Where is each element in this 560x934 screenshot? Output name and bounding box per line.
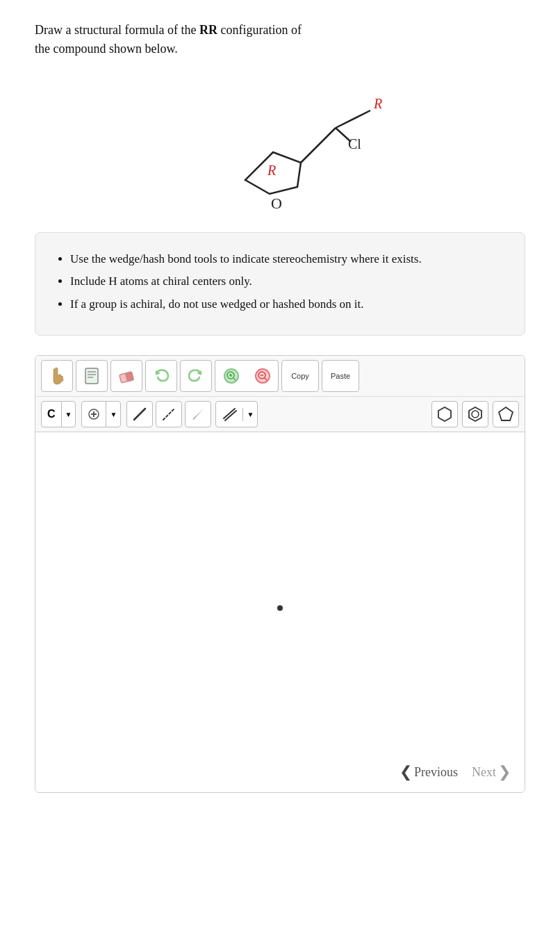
copy-button[interactable]: Copy bbox=[281, 360, 319, 392]
svg-line-4 bbox=[336, 110, 370, 128]
question-text-part2: configuration of bbox=[217, 23, 302, 37]
svg-marker-31 bbox=[438, 407, 451, 421]
eraser-tool-button[interactable] bbox=[110, 360, 142, 392]
undo-icon bbox=[152, 367, 170, 385]
canvas-center-dot bbox=[277, 605, 283, 611]
svg-point-33 bbox=[472, 411, 479, 418]
instructions-box: Use the wedge/hash bond tools to indicat… bbox=[35, 232, 525, 336]
double-bond-icon bbox=[221, 406, 238, 423]
page-container: Draw a structural formula of the RR conf… bbox=[0, 0, 560, 934]
svg-line-26 bbox=[134, 409, 145, 420]
instruction-item-3: If a group is achiral, do not use wedged… bbox=[70, 295, 504, 313]
instruction-item-1: Use the wedge/hash bond tools to indicat… bbox=[70, 250, 504, 268]
previous-chevron-icon: ❮ bbox=[400, 763, 412, 781]
svg-text:R: R bbox=[267, 163, 276, 178]
double-bond-button[interactable] bbox=[216, 402, 242, 427]
zoom-in-icon bbox=[224, 368, 239, 384]
drawing-canvas[interactable] bbox=[35, 432, 525, 752]
zoom-in-button[interactable] bbox=[215, 360, 247, 392]
svg-line-22 bbox=[265, 378, 267, 380]
paste-button[interactable]: Paste bbox=[322, 360, 359, 392]
zoom-out-icon bbox=[255, 368, 270, 384]
redo-icon bbox=[187, 367, 205, 385]
dashed-bond-icon bbox=[160, 406, 177, 423]
atom-dropdown-arrow[interactable]: ▼ bbox=[62, 408, 76, 421]
zoom-group bbox=[215, 360, 279, 392]
template-tool-button[interactable] bbox=[76, 360, 108, 392]
dashed-bond-button[interactable] bbox=[156, 401, 182, 427]
benzene-ring-icon bbox=[466, 405, 484, 423]
undo-button[interactable] bbox=[145, 360, 177, 392]
svg-marker-32 bbox=[469, 407, 481, 421]
next-label: Next bbox=[472, 765, 496, 780]
toolbar-row2: C ▼ ▼ bbox=[35, 397, 525, 432]
question-text-part1: Draw a structural formula of the bbox=[35, 23, 199, 37]
single-bond-button[interactable] bbox=[126, 401, 153, 427]
instruction-item-2: Include H atoms at chiral centers only. bbox=[70, 272, 504, 290]
template-icon bbox=[82, 366, 101, 386]
previous-button[interactable]: ❮ Previous bbox=[400, 763, 458, 781]
instructions-list: Use the wedge/hash bond tools to indicat… bbox=[56, 250, 504, 313]
molecule-diagram: O R R Cl bbox=[35, 72, 525, 211]
molecule-svg: O R R Cl bbox=[169, 72, 391, 211]
navigation-row: ❮ Previous Next ❯ bbox=[35, 752, 525, 792]
single-bond-icon bbox=[131, 406, 148, 423]
add-bond-selector[interactable]: ▼ bbox=[81, 401, 121, 427]
svg-marker-34 bbox=[499, 407, 513, 420]
svg-rect-11 bbox=[88, 377, 93, 378]
svg-line-19 bbox=[233, 378, 236, 380]
wedge-bond-icon bbox=[190, 406, 206, 423]
hand-icon bbox=[47, 366, 67, 386]
svg-line-27 bbox=[163, 409, 174, 420]
svg-rect-8 bbox=[85, 368, 98, 384]
svg-line-3 bbox=[301, 128, 336, 163]
svg-rect-9 bbox=[88, 371, 96, 372]
svg-line-7 bbox=[336, 128, 351, 142]
bond-dropdown-arrow[interactable]: ▼ bbox=[242, 408, 257, 421]
next-button[interactable]: Next ❯ bbox=[472, 763, 511, 781]
copy-label: Copy bbox=[291, 372, 309, 380]
add-bond-icon[interactable] bbox=[82, 402, 106, 427]
wedge-bond-button[interactable] bbox=[185, 401, 211, 427]
next-chevron-icon: ❯ bbox=[498, 763, 511, 781]
question-text: Draw a structural formula of the RR conf… bbox=[35, 21, 525, 58]
svg-text:R: R bbox=[373, 96, 382, 111]
redo-button[interactable] bbox=[180, 360, 212, 392]
double-bond-group[interactable]: ▼ bbox=[215, 401, 258, 427]
paste-label: Paste bbox=[331, 372, 350, 380]
hexagon-ring-icon bbox=[436, 405, 454, 423]
pentagon-ring-icon bbox=[497, 405, 515, 423]
previous-label: Previous bbox=[414, 765, 458, 780]
atom-selector[interactable]: C ▼ bbox=[41, 401, 76, 427]
svg-rect-10 bbox=[88, 374, 96, 375]
question-bold: RR bbox=[199, 23, 217, 37]
hand-tool-button[interactable] bbox=[41, 360, 73, 392]
svg-text:O: O bbox=[271, 195, 282, 211]
question-text-line2: the compound shown below. bbox=[35, 42, 178, 56]
toolbar-row1: Copy Paste bbox=[35, 356, 525, 397]
add-bond-dropdown-arrow[interactable]: ▼ bbox=[106, 408, 120, 421]
editor-box: Copy Paste C ▼ bbox=[35, 355, 525, 793]
atom-label[interactable]: C bbox=[42, 402, 62, 427]
benzene-ring-button[interactable] bbox=[462, 401, 488, 427]
svg-marker-28 bbox=[192, 409, 204, 420]
eraser-icon bbox=[117, 366, 136, 386]
pentagon-ring-button[interactable] bbox=[493, 401, 519, 427]
hexagon-ring-button[interactable] bbox=[431, 401, 458, 427]
svg-text:Cl: Cl bbox=[348, 136, 361, 151]
zoom-out-button[interactable] bbox=[247, 360, 279, 392]
